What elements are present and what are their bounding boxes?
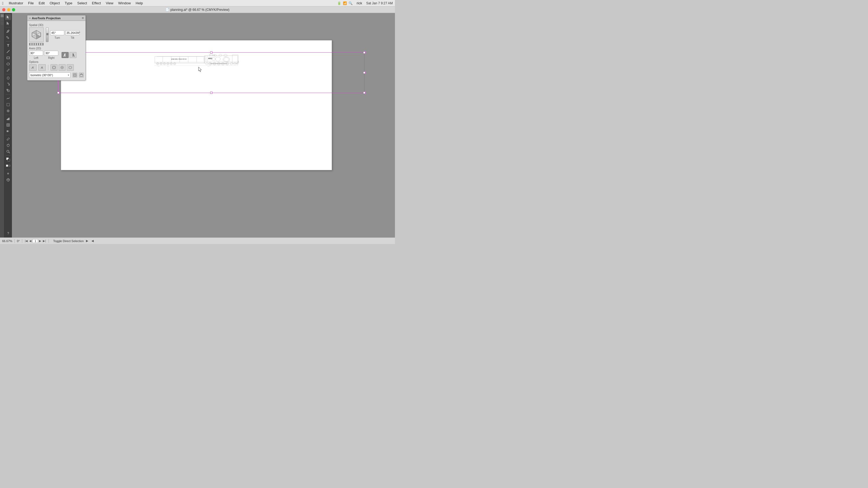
line-tool[interactable] [5, 48, 11, 55]
vertical-slider[interactable] [46, 27, 49, 42]
warp-tool[interactable] [5, 95, 11, 101]
menu-select[interactable]: Select [75, 0, 90, 6]
symbol-tool[interactable] [5, 108, 11, 114]
fill-stroke[interactable] [5, 156, 11, 162]
move-icon-btn[interactable] [51, 64, 58, 71]
svg-rect-115 [74, 75, 76, 76]
search-icon[interactable]: 🔍 [348, 1, 352, 5]
question-tool[interactable]: ? [5, 230, 11, 236]
cube-display[interactable] [29, 27, 44, 42]
svg-rect-20 [7, 130, 9, 132]
right-angle-input[interactable]: 30° [44, 51, 58, 56]
pencil-tool[interactable] [5, 34, 11, 40]
left-angle-input[interactable]: 30° [29, 51, 43, 56]
svg-point-38 [163, 63, 166, 65]
proj-btn-right-down[interactable] [69, 52, 76, 58]
artboard[interactable]: UNION PACIFIC 4002 ←— 45' —→ ←50'→ ←— 52… [61, 40, 332, 170]
panel-close-btn[interactable]: × [29, 17, 31, 20]
pen-tool[interactable] [5, 28, 11, 34]
close-button[interactable] [2, 8, 5, 11]
battery-icon: 🔋 [337, 1, 341, 5]
tool-sep-8 [6, 169, 10, 170]
menu-type[interactable]: Type [62, 0, 75, 6]
tool-sep-3 [6, 74, 10, 74]
text-angle-btn-1[interactable]: A [29, 64, 37, 71]
gradient-tool[interactable] [5, 128, 11, 134]
spatial-row: 45° 35.26439° Turn Tilt [29, 27, 84, 42]
hand-tool[interactable] [5, 142, 11, 148]
tool-hint-arrow[interactable]: ▶ [86, 239, 88, 242]
axes-row: 30° 30° Left Right [29, 51, 84, 59]
svg-point-35 [157, 63, 158, 64]
column-graph-tool[interactable] [5, 116, 11, 122]
svg-point-65 [224, 58, 229, 61]
zoom-tool[interactable] [5, 149, 11, 155]
horiz-bar [29, 43, 44, 45]
mesh-tool[interactable] [5, 122, 11, 128]
menu-edit[interactable]: Edit [36, 0, 47, 6]
type-tool[interactable]: T [5, 42, 11, 48]
panel-strip-btn-3[interactable] [1, 22, 4, 25]
panel-strip-btn-1[interactable]: × [1, 14, 4, 18]
tool-sep-2 [6, 41, 10, 41]
angle-row-1: 45° 35.26439° [50, 30, 80, 35]
panel-menu-btn[interactable]: ≡ [82, 16, 84, 20]
color-icons[interactable] [5, 163, 11, 169]
tool-hint: Toggle Direct Selection [53, 239, 84, 242]
left-toolbar: T [4, 13, 12, 237]
titlebar: 📄 planning.ai* @ 66.67 % (CMYK/Preview) [0, 6, 395, 13]
axo-cube-tool[interactable] [5, 177, 11, 183]
svg-text:4002: 4002 [208, 58, 212, 59]
svg-rect-31 [209, 55, 211, 56]
menu-effect[interactable]: Effect [90, 0, 103, 6]
nav-next[interactable]: ▶ [38, 239, 42, 242]
svg-point-2 [8, 30, 9, 31]
dropdown-arrow: ▾ [68, 74, 69, 76]
turn-input[interactable]: 45° [50, 30, 64, 35]
nav-first[interactable]: |◀ [24, 239, 29, 242]
menu-object[interactable]: Object [47, 0, 62, 6]
nav-prev[interactable]: ◀ [29, 239, 32, 242]
zoom-value[interactable]: 66.67% [2, 239, 12, 242]
nav-last[interactable]: ▶| [42, 239, 46, 242]
free-transform-tool[interactable] [5, 102, 11, 108]
slider-thumb[interactable] [46, 33, 49, 35]
delete-preset-btn[interactable] [79, 73, 84, 77]
train-blueprint: UNION PACIFIC 4002 ←— 45' —→ ←50'→ ←— 52… [61, 54, 332, 95]
selection-tool[interactable] [5, 14, 11, 20]
blob-brush-tool[interactable] [5, 75, 11, 81]
paintbrush-tool[interactable] [5, 67, 11, 73]
preset-dropdown[interactable]: Isometric (30°/30°) ▾ [29, 72, 70, 78]
apple-menu[interactable]:  [2, 1, 3, 5]
svg-point-40 [166, 63, 169, 65]
axo-move-tool[interactable]: ⊕ [5, 170, 11, 176]
menu-window[interactable]: Window [116, 0, 133, 6]
menu-help[interactable]: Help [133, 0, 145, 6]
proj-btn-left-down[interactable] [62, 52, 69, 58]
save-preset-btn[interactable] [72, 73, 77, 77]
maximize-button[interactable] [12, 8, 15, 11]
text-angle-btn-2[interactable]: A [38, 64, 46, 71]
direct-selection-tool[interactable] [5, 20, 11, 26]
scale-tool[interactable] [5, 88, 11, 94]
options-label: Options [29, 61, 84, 63]
circle-btn[interactable] [59, 64, 66, 71]
menu-illustrator[interactable]: Illustrator [6, 0, 26, 6]
menu-file[interactable]: File [26, 0, 36, 6]
eyedropper-tool[interactable] [5, 136, 11, 142]
menu-view[interactable]: View [103, 0, 116, 6]
axes-label: Axes (2D) [29, 47, 84, 50]
hex-btn[interactable] [67, 64, 74, 71]
page-number[interactable]: 1 [33, 239, 38, 243]
status-nav-back[interactable]: ◀ [91, 239, 94, 242]
panel-strip: × [0, 13, 4, 237]
tilt-input[interactable]: 35.26439° [65, 30, 80, 35]
minimize-button[interactable] [7, 8, 10, 11]
menubar-right: 🔋 📶 🔍 rick Sat Jan 7 9:27 AM [337, 0, 393, 6]
left-label: Left [29, 56, 43, 59]
panel-strip-btn-2[interactable] [1, 18, 4, 21]
ellipse-tool[interactable] [5, 61, 11, 67]
rotate-tool[interactable] [5, 82, 11, 87]
rect-tool[interactable] [5, 55, 11, 61]
panel-body: Spatial (3D) 45° [27, 21, 86, 80]
